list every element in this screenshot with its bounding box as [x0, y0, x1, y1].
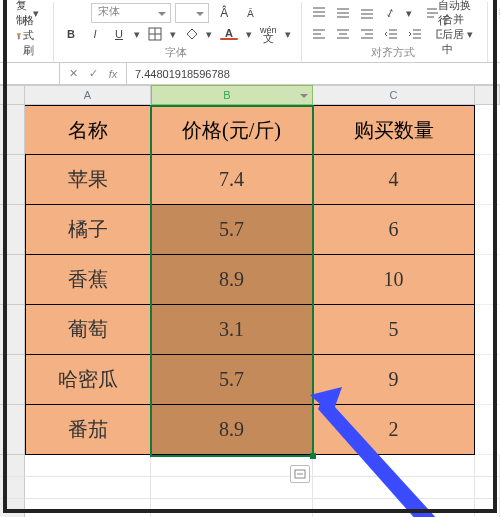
font-size-select[interactable]	[175, 3, 209, 23]
fx-button[interactable]: fx	[104, 68, 122, 80]
cell-name[interactable]: 番茄	[25, 405, 151, 455]
wrap-icon	[426, 7, 438, 19]
col-header-a[interactable]: A	[25, 85, 151, 105]
italic-button[interactable]: I	[84, 24, 106, 44]
chevron-down-icon: ▾	[465, 28, 475, 41]
align-top-icon	[312, 6, 326, 20]
cell-name[interactable]: 葡萄	[25, 305, 151, 355]
orientation-icon: ⤢	[384, 5, 397, 20]
decrease-font-button[interactable]: Ǎ	[239, 3, 261, 23]
row-header[interactable]	[0, 255, 25, 305]
worksheet[interactable]: A B C 名称 价格(元/斤) 购买数量 苹果7.44橘子5.76香蕉8.91…	[0, 85, 500, 517]
cell-name[interactable]: 橘子	[25, 205, 151, 255]
col-header-rest[interactable]	[475, 85, 500, 105]
cell-price[interactable]: 3.1	[151, 305, 313, 355]
outdent-icon	[384, 27, 398, 41]
merge-label: 合并后居中	[442, 12, 464, 57]
empty-cell[interactable]	[475, 205, 500, 255]
phonetic-button[interactable]: wén文	[256, 24, 281, 44]
increase-indent-button[interactable]	[404, 24, 426, 44]
decrease-font-icon: Ǎ	[247, 8, 254, 19]
font-color-button[interactable]: A	[216, 24, 242, 44]
currency-button[interactable]: ¥	[494, 26, 500, 46]
fill-color-button[interactable]	[180, 24, 202, 44]
row-header[interactable]	[0, 205, 25, 255]
formula-value[interactable]: 7.44801918596788	[127, 68, 500, 80]
cell-price[interactable]: 8.9	[151, 255, 313, 305]
chevron-down-icon: ▾	[244, 28, 254, 41]
orientation-button[interactable]: ⤢	[380, 3, 402, 23]
chevron-down-icon: ▾	[404, 7, 414, 20]
increase-font-button[interactable]: Â	[213, 3, 235, 23]
cell-qty[interactable]: 10	[313, 255, 475, 305]
table-row: 香蕉8.910	[0, 255, 500, 305]
merge-center-button[interactable]: 合并后居中 ▾	[432, 24, 478, 44]
table-row: 苹果7.44	[0, 155, 500, 205]
cell-price[interactable]: 7.4	[151, 155, 313, 205]
row-header[interactable]	[0, 305, 25, 355]
paintbrush-icon	[16, 29, 23, 43]
cell-name[interactable]: 香蕉	[25, 255, 151, 305]
table-row: 葡萄3.15	[0, 305, 500, 355]
cell-price[interactable]: 5.7	[151, 205, 313, 255]
cell-qty[interactable]: 6	[313, 205, 475, 255]
increase-font-icon: Â	[220, 6, 228, 20]
align-middle-icon	[336, 6, 350, 20]
chevron-down-icon: ▾	[283, 28, 293, 41]
cell-qty[interactable]: 5	[313, 305, 475, 355]
cell-name[interactable]: 苹果	[25, 155, 151, 205]
formula-bar-buttons: ✕ ✓ fx	[60, 63, 127, 84]
ribbon-group-clipboard: 复制 ▾ 格式刷	[6, 2, 51, 62]
font-family-select[interactable]: 宋体	[91, 3, 171, 23]
empty-cell[interactable]	[475, 305, 500, 355]
row-header[interactable]	[0, 405, 25, 455]
align-left-button[interactable]	[308, 24, 330, 44]
indent-icon	[408, 27, 422, 41]
ribbon-group-align: ⤢ ▾ 自动换行 合并后居中 ▾ 对齐方式	[301, 2, 485, 62]
cell-qty[interactable]: 4	[313, 155, 475, 205]
font-color-swatch	[220, 38, 238, 40]
align-center-button[interactable]	[332, 24, 354, 44]
align-center-icon	[336, 27, 350, 41]
header-price[interactable]: 价格(元/斤)	[151, 105, 313, 155]
confirm-button[interactable]: ✓	[84, 67, 102, 80]
decrease-indent-button[interactable]	[380, 24, 402, 44]
align-bottom-icon	[360, 6, 374, 20]
svg-marker-6	[318, 395, 470, 517]
row-header[interactable]	[0, 105, 25, 155]
formula-bar: ✕ ✓ fx 7.44801918596788	[0, 63, 500, 85]
font-group-label: 字体	[165, 45, 187, 62]
align-middle-button[interactable]	[332, 3, 354, 23]
row-header[interactable]	[0, 155, 25, 205]
header-name[interactable]: 名称	[25, 105, 151, 155]
name-box[interactable]	[0, 63, 60, 84]
border-button[interactable]	[144, 24, 166, 44]
chevron-down-icon: ▾	[132, 28, 142, 41]
format-painter-button[interactable]: 格式刷	[12, 26, 45, 46]
annotation-arrow-icon	[280, 365, 480, 517]
header-qty[interactable]: 购买数量	[313, 105, 475, 155]
chevron-down-icon: ▾	[168, 28, 178, 41]
cancel-button[interactable]: ✕	[64, 67, 82, 80]
align-group-label: 对齐方式	[371, 45, 415, 62]
table-row: 橘子5.76	[0, 205, 500, 255]
row-header[interactable]	[0, 355, 25, 405]
ribbon: 复制 ▾ 格式刷 宋体 Â Ǎ B I U ▾ ▾	[0, 0, 500, 63]
align-bottom-button[interactable]	[356, 3, 378, 23]
table-header-row: 名称 价格(元/斤) 购买数量	[0, 105, 500, 155]
bucket-icon	[184, 27, 198, 41]
underline-button[interactable]: U	[108, 24, 130, 44]
chevron-down-icon: ▾	[204, 28, 214, 41]
ribbon-group-font: 宋体 Â Ǎ B I U ▾ ▾ ▾ A ▾ wén文	[53, 2, 299, 62]
align-right-button[interactable]	[356, 24, 378, 44]
col-header-b[interactable]: B	[151, 85, 313, 105]
cell-name[interactable]: 哈密瓜	[25, 355, 151, 405]
empty-cell[interactable]	[475, 105, 500, 155]
empty-cell[interactable]	[475, 255, 500, 305]
select-all-corner[interactable]	[0, 85, 25, 105]
align-right-icon	[360, 27, 374, 41]
align-top-button[interactable]	[308, 3, 330, 23]
col-header-c[interactable]: C	[313, 85, 475, 105]
bold-button[interactable]: B	[60, 24, 82, 44]
empty-cell[interactable]	[475, 155, 500, 205]
